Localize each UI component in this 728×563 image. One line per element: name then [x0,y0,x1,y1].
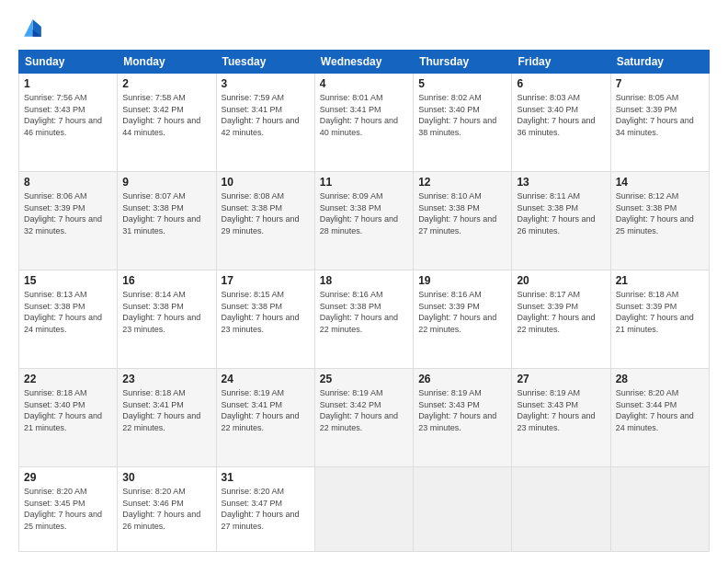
day-cell: 19Sunrise: 8:16 AMSunset: 3:39 PMDayligh… [414,270,512,369]
day-info: Sunrise: 8:20 AMSunset: 3:44 PMDaylight:… [616,387,704,433]
day-info: Sunrise: 8:18 AMSunset: 3:39 PMDaylight:… [616,289,704,335]
day-cell [610,467,709,552]
day-info: Sunrise: 8:19 AMSunset: 3:42 PMDaylight:… [320,387,408,433]
day-number: 30 [122,471,210,484]
header [18,17,710,42]
day-number: 6 [517,77,605,90]
day-info: Sunrise: 8:19 AMSunset: 3:43 PMDaylight:… [418,387,506,433]
day-cell: 3Sunrise: 7:59 AMSunset: 3:41 PMDaylight… [216,74,314,172]
day-cell: 31Sunrise: 8:20 AMSunset: 3:47 PMDayligh… [216,467,314,552]
day-cell: 23Sunrise: 8:18 AMSunset: 3:41 PMDayligh… [118,369,216,467]
day-cell: 25Sunrise: 8:19 AMSunset: 3:42 PMDayligh… [314,369,413,467]
day-number: 20 [517,274,605,287]
week-row-1: 1Sunrise: 7:56 AMSunset: 3:43 PMDaylight… [19,74,710,172]
day-info: Sunrise: 8:09 AMSunset: 3:38 PMDaylight:… [320,190,408,236]
day-info: Sunrise: 8:15 AMSunset: 3:38 PMDaylight:… [222,289,310,335]
page: SundayMondayTuesdayWednesdayThursdayFrid… [0,0,728,563]
day-number: 29 [24,471,112,484]
day-number: 12 [418,176,506,189]
day-cell [314,467,413,552]
day-cell: 15Sunrise: 8:13 AMSunset: 3:38 PMDayligh… [19,270,118,369]
day-cell: 13Sunrise: 8:11 AMSunset: 3:38 PMDayligh… [512,172,610,270]
day-cell: 21Sunrise: 8:18 AMSunset: 3:39 PMDayligh… [610,270,709,369]
day-info: Sunrise: 8:02 AMSunset: 3:40 PMDaylight:… [418,92,506,138]
day-number: 27 [517,373,605,385]
day-number: 16 [122,274,210,287]
day-info: Sunrise: 8:01 AMSunset: 3:41 PMDaylight:… [320,92,408,138]
day-cell: 24Sunrise: 8:19 AMSunset: 3:41 PMDayligh… [216,369,314,467]
day-cell: 7Sunrise: 8:05 AMSunset: 3:39 PMDaylight… [610,74,709,172]
weekday-header-saturday: Saturday [610,51,709,74]
day-number: 25 [320,373,408,385]
day-info: Sunrise: 8:20 AMSunset: 3:47 PMDaylight:… [222,486,310,532]
day-number: 7 [616,77,704,90]
calendar-table: SundayMondayTuesdayWednesdayThursdayFrid… [18,50,710,552]
day-cell: 6Sunrise: 8:03 AMSunset: 3:40 PMDaylight… [512,74,610,172]
weekday-header-tuesday: Tuesday [216,51,314,74]
day-info: Sunrise: 8:16 AMSunset: 3:39 PMDaylight:… [418,289,506,335]
day-cell [512,467,610,552]
day-number: 13 [517,176,605,189]
day-info: Sunrise: 8:03 AMSunset: 3:40 PMDaylight:… [517,92,605,138]
day-info: Sunrise: 8:10 AMSunset: 3:38 PMDaylight:… [418,190,506,236]
day-info: Sunrise: 8:14 AMSunset: 3:38 PMDaylight:… [122,289,210,335]
day-cell [414,467,512,552]
day-info: Sunrise: 8:20 AMSunset: 3:45 PMDaylight:… [24,486,112,532]
day-info: Sunrise: 8:18 AMSunset: 3:40 PMDaylight:… [24,387,112,433]
day-cell: 8Sunrise: 8:06 AMSunset: 3:39 PMDaylight… [19,172,118,270]
day-number: 22 [24,373,112,385]
day-number: 5 [418,77,506,90]
day-info: Sunrise: 8:11 AMSunset: 3:38 PMDaylight:… [517,190,605,236]
weekday-header-row: SundayMondayTuesdayWednesdayThursdayFrid… [19,51,710,74]
day-number: 14 [616,176,704,189]
day-info: Sunrise: 8:12 AMSunset: 3:38 PMDaylight:… [616,190,704,236]
day-number: 17 [222,274,310,287]
day-info: Sunrise: 8:13 AMSunset: 3:38 PMDaylight:… [24,289,112,335]
day-number: 23 [122,373,210,385]
day-number: 28 [616,373,704,385]
day-info: Sunrise: 8:06 AMSunset: 3:39 PMDaylight:… [24,190,112,236]
day-info: Sunrise: 8:19 AMSunset: 3:41 PMDaylight:… [222,387,310,433]
day-cell: 4Sunrise: 8:01 AMSunset: 3:41 PMDaylight… [314,74,413,172]
day-number: 18 [320,274,408,287]
day-info: Sunrise: 8:18 AMSunset: 3:41 PMDaylight:… [122,387,210,433]
day-cell: 26Sunrise: 8:19 AMSunset: 3:43 PMDayligh… [414,369,512,467]
weekday-header-thursday: Thursday [414,51,512,74]
day-info: Sunrise: 8:07 AMSunset: 3:38 PMDaylight:… [122,190,210,236]
day-cell: 20Sunrise: 8:17 AMSunset: 3:39 PMDayligh… [512,270,610,369]
day-info: Sunrise: 8:05 AMSunset: 3:39 PMDaylight:… [616,92,704,138]
week-row-2: 8Sunrise: 8:06 AMSunset: 3:39 PMDaylight… [19,172,710,270]
day-cell: 2Sunrise: 7:58 AMSunset: 3:42 PMDaylight… [118,74,216,172]
day-cell: 27Sunrise: 8:19 AMSunset: 3:43 PMDayligh… [512,369,610,467]
day-cell: 18Sunrise: 8:16 AMSunset: 3:38 PMDayligh… [314,270,413,369]
day-cell: 16Sunrise: 8:14 AMSunset: 3:38 PMDayligh… [118,270,216,369]
day-info: Sunrise: 7:58 AMSunset: 3:42 PMDaylight:… [122,92,210,138]
day-info: Sunrise: 8:17 AMSunset: 3:39 PMDaylight:… [517,289,605,335]
day-number: 31 [222,471,310,484]
day-info: Sunrise: 7:59 AMSunset: 3:41 PMDaylight:… [222,92,310,138]
day-number: 10 [222,176,310,189]
logo-icon [18,17,44,42]
day-info: Sunrise: 8:16 AMSunset: 3:38 PMDaylight:… [320,289,408,335]
day-number: 4 [320,77,408,90]
day-number: 21 [616,274,704,287]
weekday-header-wednesday: Wednesday [314,51,413,74]
day-number: 24 [222,373,310,385]
day-info: Sunrise: 7:56 AMSunset: 3:43 PMDaylight:… [24,92,112,138]
weekday-header-sunday: Sunday [19,51,118,74]
day-number: 19 [418,274,506,287]
day-number: 9 [122,176,210,189]
day-info: Sunrise: 8:19 AMSunset: 3:43 PMDaylight:… [517,387,605,433]
day-cell: 22Sunrise: 8:18 AMSunset: 3:40 PMDayligh… [19,369,118,467]
day-cell: 9Sunrise: 8:07 AMSunset: 3:38 PMDaylight… [118,172,216,270]
day-cell: 12Sunrise: 8:10 AMSunset: 3:38 PMDayligh… [414,172,512,270]
day-cell: 5Sunrise: 8:02 AMSunset: 3:40 PMDaylight… [414,74,512,172]
day-number: 2 [122,77,210,90]
day-cell: 1Sunrise: 7:56 AMSunset: 3:43 PMDaylight… [19,74,118,172]
day-number: 3 [222,77,310,90]
day-number: 1 [24,77,112,90]
week-row-4: 22Sunrise: 8:18 AMSunset: 3:40 PMDayligh… [19,369,710,467]
day-cell: 30Sunrise: 8:20 AMSunset: 3:46 PMDayligh… [118,467,216,552]
day-cell: 17Sunrise: 8:15 AMSunset: 3:38 PMDayligh… [216,270,314,369]
week-row-5: 29Sunrise: 8:20 AMSunset: 3:45 PMDayligh… [19,467,710,552]
